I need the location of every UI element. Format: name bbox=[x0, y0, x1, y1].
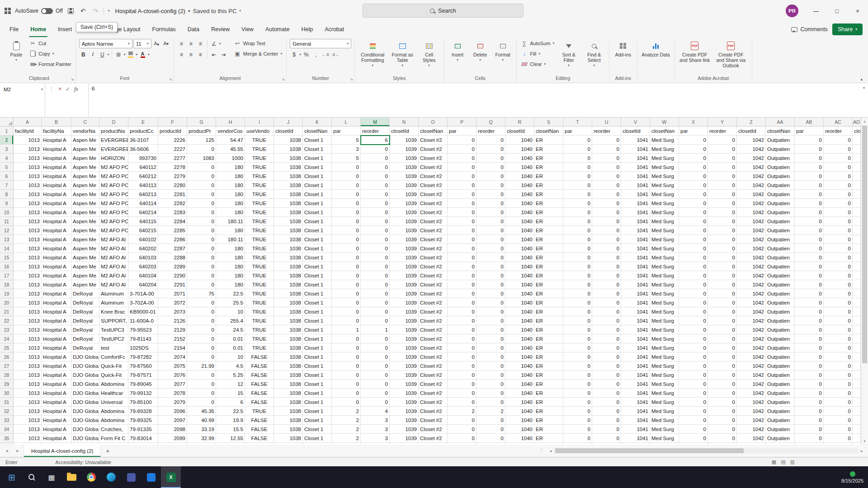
cell[interactable] bbox=[853, 416, 861, 425]
decrease-decimal-icon[interactable] bbox=[331, 50, 340, 59]
cell[interactable]: 0 bbox=[361, 226, 390, 235]
cell[interactable]: 1039 bbox=[390, 136, 419, 145]
cell[interactable]: 0 bbox=[679, 226, 708, 235]
cell[interactable]: 0 bbox=[795, 425, 824, 434]
cell[interactable]: 0 bbox=[795, 280, 824, 289]
cell[interactable]: Hospital A bbox=[42, 380, 71, 389]
hscroll-left-icon[interactable] bbox=[547, 449, 554, 453]
cell[interactable]: 1040 bbox=[505, 145, 534, 154]
cell[interactable]: Outpatien bbox=[766, 208, 795, 217]
cell[interactable]: ER bbox=[534, 145, 563, 154]
cell[interactable]: 1042 bbox=[737, 271, 766, 280]
cell[interactable]: 0 bbox=[592, 280, 621, 289]
cell[interactable]: Closet 1 bbox=[303, 325, 332, 334]
cell[interactable]: 1038 bbox=[274, 380, 303, 389]
cell[interactable]: 0 bbox=[592, 434, 621, 443]
cell[interactable]: Outpatien bbox=[766, 407, 795, 416]
column-header-I[interactable]: I bbox=[245, 117, 274, 127]
cell[interactable]: 1041 bbox=[621, 371, 650, 380]
cell[interactable]: Outpatien bbox=[766, 181, 795, 190]
vertical-scrollbar[interactable] bbox=[861, 117, 868, 445]
cell[interactable]: TRUE bbox=[245, 298, 274, 307]
row-header-30[interactable]: 30 bbox=[0, 389, 14, 398]
cell[interactable]: 1038 bbox=[274, 226, 303, 235]
cell[interactable]: 0 bbox=[448, 371, 476, 380]
cell[interactable]: 0 bbox=[187, 316, 216, 325]
cell[interactable]: Outpatien bbox=[766, 361, 795, 371]
cell[interactable]: 0 bbox=[476, 145, 505, 154]
cell[interactable]: Hospital A bbox=[42, 389, 71, 398]
cell[interactable]: par bbox=[448, 127, 476, 136]
cell[interactable]: 0 bbox=[592, 298, 621, 307]
cell[interactable]: 0 bbox=[708, 199, 737, 208]
cell[interactable]: Aluminum bbox=[99, 289, 128, 298]
row-header-21[interactable]: 21 bbox=[0, 307, 14, 316]
cell[interactable]: 0 bbox=[563, 416, 592, 425]
cell[interactable]: 1039 bbox=[390, 208, 419, 217]
cell[interactable]: 1039 bbox=[390, 172, 419, 181]
cell[interactable]: 1039 bbox=[390, 334, 419, 343]
cell[interactable]: 0.01 bbox=[216, 343, 245, 352]
cell[interactable]: M2 AFO PC bbox=[99, 208, 128, 217]
cell[interactable]: 0 bbox=[563, 371, 592, 380]
cell[interactable]: 1041 bbox=[621, 172, 650, 181]
cell[interactable]: 0 bbox=[592, 307, 621, 316]
column-header-AB[interactable]: AB bbox=[795, 117, 824, 127]
cell[interactable]: 1040 bbox=[505, 407, 534, 416]
cell[interactable]: 0 bbox=[795, 154, 824, 163]
taskbar-excel-button[interactable] bbox=[161, 466, 181, 488]
column-header-H[interactable]: H bbox=[216, 117, 245, 127]
cell[interactable]: 3 bbox=[332, 145, 361, 154]
cell[interactable]: FALSE bbox=[245, 361, 274, 371]
cell[interactable]: Outpatien bbox=[766, 280, 795, 289]
cell[interactable]: Hospital A bbox=[42, 154, 71, 163]
wrap-text-button[interactable]: Wrap Text bbox=[233, 39, 283, 48]
cell[interactable]: 1041 bbox=[621, 434, 650, 443]
cell[interactable]: 0 bbox=[795, 271, 824, 280]
cell[interactable]: 79-91335 bbox=[128, 425, 158, 434]
find-select-button[interactable]: Find & Select bbox=[582, 39, 606, 67]
cell[interactable]: Outpatien bbox=[766, 244, 795, 253]
cell[interactable] bbox=[853, 425, 861, 434]
cell[interactable]: 0 bbox=[361, 371, 390, 380]
cell[interactable]: 1039 bbox=[390, 343, 419, 352]
cell[interactable]: 0 bbox=[708, 244, 737, 253]
cell[interactable]: Closet 1 bbox=[303, 154, 332, 163]
cell[interactable]: 0 bbox=[592, 407, 621, 416]
cell[interactable]: TRUE bbox=[245, 145, 274, 154]
cell[interactable]: 1038 bbox=[274, 325, 303, 334]
clear-dropdown-icon[interactable] bbox=[544, 62, 546, 66]
cell[interactable]: 0 bbox=[824, 244, 853, 253]
cell[interactable]: reorder bbox=[592, 127, 621, 136]
cell[interactable]: 2077 bbox=[158, 380, 187, 389]
font-size-dropdown-icon[interactable] bbox=[147, 42, 149, 46]
cell[interactable]: 0 bbox=[361, 235, 390, 244]
cell[interactable]: SUPPORT, bbox=[99, 316, 128, 325]
cell[interactable]: 0 bbox=[332, 307, 361, 316]
cell[interactable]: 0 bbox=[679, 416, 708, 425]
cell[interactable]: 1038 bbox=[274, 235, 303, 244]
cell[interactable]: 1040 bbox=[505, 316, 534, 325]
cell[interactable]: 11-600A-0 bbox=[128, 316, 158, 325]
cell[interactable]: 0 bbox=[679, 334, 708, 343]
format-cells-dropdown-icon[interactable] bbox=[502, 58, 504, 62]
row-header-12[interactable]: 12 bbox=[0, 226, 14, 235]
row-header-20[interactable]: 20 bbox=[0, 298, 14, 307]
cell[interactable]: 2 bbox=[332, 407, 361, 416]
cell[interactable]: 1013 bbox=[14, 352, 42, 361]
cell[interactable]: 0 bbox=[708, 208, 737, 217]
cell[interactable]: 1038 bbox=[274, 172, 303, 181]
cell[interactable]: TRUE bbox=[245, 217, 274, 226]
fill-dropdown-icon[interactable] bbox=[538, 52, 540, 56]
cell[interactable]: 0 bbox=[592, 208, 621, 217]
cell[interactable]: 0 bbox=[563, 235, 592, 244]
cell[interactable]: 0 bbox=[187, 298, 216, 307]
cell[interactable]: EVERGREE bbox=[99, 136, 128, 145]
cell[interactable]: reorder bbox=[476, 127, 505, 136]
top-align-icon[interactable] bbox=[177, 39, 186, 48]
cell[interactable]: 1039 bbox=[390, 316, 419, 325]
cell[interactable]: 0 bbox=[824, 136, 853, 145]
cell[interactable]: 2097 bbox=[158, 416, 187, 425]
cell[interactable]: 0 bbox=[476, 380, 505, 389]
cell[interactable]: 0 bbox=[448, 316, 476, 325]
